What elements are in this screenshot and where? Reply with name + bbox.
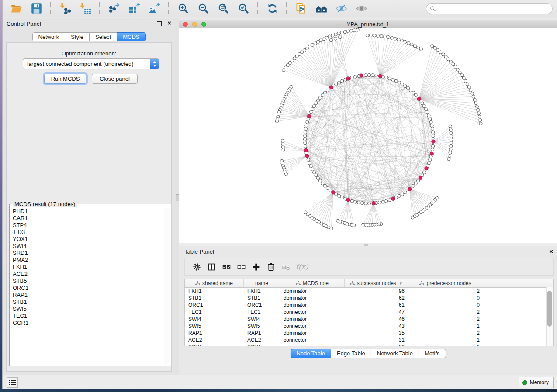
graph-node[interactable] [429, 120, 432, 124]
graph-node[interactable] [385, 76, 388, 79]
graph-node[interactable] [413, 45, 416, 48]
function-builder-button[interactable]: f(x) [293, 260, 308, 274]
graph-node[interactable] [281, 139, 284, 142]
graph-node[interactable] [385, 199, 388, 203]
graph-node[interactable] [367, 202, 370, 205]
zoom-in-button[interactable] [175, 1, 191, 16]
graph-node[interactable] [309, 111, 312, 114]
graph-node[interactable] [316, 176, 319, 179]
graph-node[interactable] [404, 191, 407, 194]
graph-node[interactable] [416, 46, 419, 49]
graph-node[interactable] [353, 29, 356, 32]
mcds-result-item[interactable]: RAP1 [10, 292, 164, 299]
tab-mcds[interactable]: MCDS [117, 32, 145, 41]
mcds-result-item[interactable]: PHD1 [10, 208, 164, 215]
graph-dominator-node[interactable] [346, 77, 350, 80]
graph-node[interactable] [354, 200, 357, 203]
refresh-button[interactable] [264, 1, 280, 16]
mcds-result-item[interactable]: GCR1 [10, 320, 164, 327]
graph-dominator-node[interactable] [408, 187, 411, 191]
graph-dominator-node[interactable] [360, 74, 363, 77]
graph-node[interactable] [329, 189, 332, 192]
graph-node[interactable] [388, 77, 391, 80]
close-panel-button[interactable]: Close panel [92, 74, 138, 84]
graph-node[interactable] [447, 58, 450, 61]
column-header-successor-nodes[interactable]: successor nodes∨ [345, 279, 408, 287]
show-columns-button[interactable] [204, 260, 219, 274]
mcds-result-item[interactable]: STP4 [10, 222, 164, 229]
graph-dominator-node[interactable] [425, 167, 428, 170]
graph-node[interactable] [341, 196, 344, 199]
graph-node[interactable] [472, 95, 475, 98]
import-network-button[interactable] [57, 1, 73, 16]
graph-node[interactable] [400, 39, 403, 42]
graph-node[interactable] [371, 74, 374, 77]
unselect-all-button[interactable] [234, 260, 249, 274]
graph-node[interactable] [346, 30, 349, 33]
graph-node[interactable] [452, 63, 455, 66]
graph-node[interactable] [337, 32, 340, 35]
graph-node[interactable] [354, 75, 357, 78]
graph-node[interactable] [357, 201, 360, 204]
graph-node[interactable] [316, 99, 319, 102]
graph-node[interactable] [335, 83, 338, 86]
graph-node[interactable] [449, 148, 452, 151]
graph-node[interactable] [478, 115, 481, 118]
graph-node[interactable] [411, 216, 414, 219]
graph-node[interactable] [422, 171, 426, 174]
graph-node[interactable] [466, 83, 469, 86]
graph-node[interactable] [394, 37, 397, 40]
mcds-result-list[interactable]: PHD1CAR1STP4TID3YOX1SWI4SRD1PMA2FKH1ACE2… [10, 208, 164, 365]
table-settings-button[interactable] [189, 260, 204, 274]
graph-node[interactable] [450, 138, 453, 141]
graph-node[interactable] [450, 144, 453, 148]
graph-node[interactable] [398, 194, 401, 197]
graph-node[interactable] [449, 151, 452, 154]
graph-node[interactable] [412, 184, 415, 187]
graph-dominator-node[interactable] [305, 154, 309, 158]
graph-node[interactable] [412, 91, 415, 94]
graph-node[interactable] [373, 34, 376, 37]
float-table-panel-icon[interactable] [540, 250, 544, 254]
graph-node[interactable] [404, 85, 407, 88]
graph-node[interactable] [422, 105, 426, 108]
graph-node[interactable] [430, 124, 433, 127]
graph-node[interactable] [431, 45, 434, 48]
graph-dominator-node[interactable] [432, 140, 435, 143]
graph-node[interactable] [312, 105, 315, 108]
delete-button[interactable] [263, 260, 278, 274]
graph-node[interactable] [424, 108, 427, 111]
mcds-result-item[interactable]: STB1 [10, 299, 164, 306]
table-row[interactable]: YOX1YOX1connector291 [185, 344, 553, 346]
graph-node[interactable] [350, 76, 353, 79]
zoom-out-button[interactable] [195, 1, 211, 16]
graph-node[interactable] [305, 124, 308, 127]
graph-node[interactable] [329, 39, 332, 42]
graph-node[interactable] [311, 168, 314, 171]
graph-node[interactable] [338, 194, 341, 197]
graph-node[interactable] [318, 96, 322, 99]
graph-node[interactable] [456, 68, 459, 71]
graph-node[interactable] [444, 55, 447, 58]
select-all-button[interactable] [219, 260, 234, 274]
graph-node[interactable] [374, 74, 377, 77]
graph-node[interactable] [406, 86, 409, 89]
graph-node[interactable] [323, 91, 326, 94]
graph-node[interactable] [362, 223, 365, 226]
graph-node[interactable] [322, 38, 325, 41]
graph-node[interactable] [380, 34, 383, 38]
add-button[interactable] [249, 260, 263, 274]
search-input[interactable] [438, 5, 545, 13]
graph-node[interactable] [449, 128, 452, 131]
graph-node[interactable] [309, 165, 312, 168]
graph-node[interactable] [338, 36, 341, 39]
graph-node[interactable] [341, 79, 344, 83]
graph-node[interactable] [473, 98, 476, 101]
graph-node[interactable] [427, 162, 430, 165]
graph-node[interactable] [364, 74, 367, 77]
graph-node[interactable] [409, 89, 412, 92]
graph-node[interactable] [367, 73, 370, 76]
graph-node[interactable] [282, 69, 285, 72]
graph-node[interactable] [469, 89, 472, 92]
graph-node[interactable] [318, 179, 322, 182]
